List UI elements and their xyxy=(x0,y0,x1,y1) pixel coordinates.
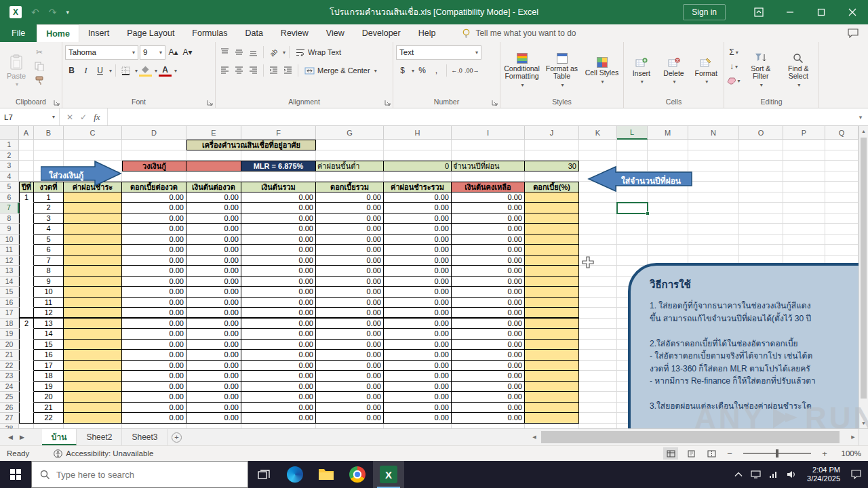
cell-F21[interactable]: 0.00 xyxy=(241,350,316,361)
cell-B17[interactable]: 12 xyxy=(34,308,64,319)
cell-K14[interactable] xyxy=(579,277,617,287)
cell-C27[interactable] xyxy=(64,413,122,424)
cell-I19[interactable]: 0.00 xyxy=(452,329,525,340)
cell-N2[interactable] xyxy=(688,150,739,161)
cell-A12[interactable] xyxy=(19,256,34,266)
cell-D17[interactable]: 0.00 xyxy=(122,308,186,319)
cell-G17[interactable]: 0.00 xyxy=(316,308,384,319)
cell-K16[interactable] xyxy=(579,298,617,308)
cell-F2[interactable] xyxy=(241,150,316,161)
cell-A5[interactable]: ปีที่ xyxy=(19,182,34,192)
fill-icon[interactable]: ↓▾ xyxy=(727,60,741,73)
cell-E9[interactable]: 0.00 xyxy=(186,224,241,235)
cell-D11[interactable]: 0.00 xyxy=(122,245,186,256)
start-button[interactable] xyxy=(0,461,31,488)
cell-D6[interactable]: 0.00 xyxy=(122,192,186,203)
cell-C19[interactable] xyxy=(64,329,122,340)
column-header-P[interactable]: P xyxy=(783,126,825,140)
cell-B22[interactable]: 17 xyxy=(34,361,64,371)
volume-tray-icon[interactable] xyxy=(787,470,796,479)
cell-A18[interactable]: 2 xyxy=(19,319,34,329)
cell-P2[interactable] xyxy=(783,150,825,161)
align-left-icon[interactable] xyxy=(218,64,231,77)
cell-N6[interactable] xyxy=(688,192,739,203)
cell-F5[interactable]: เงินต้นรวม xyxy=(241,182,316,192)
cell-B11[interactable]: 6 xyxy=(34,245,64,256)
cell-L1[interactable] xyxy=(617,140,648,150)
cell-P10[interactable] xyxy=(783,235,825,245)
cell-D16[interactable]: 0.00 xyxy=(122,298,186,308)
page-layout-view-icon[interactable] xyxy=(684,447,698,460)
row-header-17[interactable]: 17 xyxy=(0,308,19,319)
cell-K1[interactable] xyxy=(579,140,617,150)
cell-G14[interactable]: 0.00 xyxy=(316,277,384,287)
font-dialog-launcher[interactable] xyxy=(206,99,214,106)
cell-G3[interactable]: ค่าผ่อนขั้นต่ำ xyxy=(316,161,384,171)
borders-icon[interactable] xyxy=(119,64,132,77)
cell-E11[interactable]: 0.00 xyxy=(186,245,241,256)
cell-B27[interactable]: 22 xyxy=(34,413,64,424)
ribbon-tab-file[interactable]: File xyxy=(0,24,37,42)
cell-B12[interactable]: 7 xyxy=(34,256,64,266)
ribbon-tab-home[interactable]: Home xyxy=(37,24,79,42)
cell-E6[interactable]: 0.00 xyxy=(186,192,241,203)
cell-K25[interactable] xyxy=(579,392,617,403)
cell-A22[interactable] xyxy=(19,361,34,371)
row-header-8[interactable]: 8 xyxy=(0,214,19,224)
cell-I12[interactable]: 0.00 xyxy=(452,256,525,266)
cell-F7[interactable]: 0.00 xyxy=(241,203,316,214)
row-header-22[interactable]: 22 xyxy=(0,361,19,371)
cell-A13[interactable] xyxy=(19,266,34,277)
cell-A19[interactable] xyxy=(19,329,34,340)
cell-E27[interactable]: 0.00 xyxy=(186,413,241,424)
cell-M11[interactable] xyxy=(648,245,688,256)
undo-icon[interactable]: ↶ xyxy=(31,7,39,18)
insert-function-icon[interactable]: fx xyxy=(94,112,100,123)
percent-style-icon[interactable]: % xyxy=(416,64,429,77)
cell-J19[interactable] xyxy=(525,329,579,340)
cell-O1[interactable] xyxy=(739,140,783,150)
cell-A11[interactable] xyxy=(19,245,34,256)
cell-F11[interactable]: 0.00 xyxy=(241,245,316,256)
cell-D25[interactable]: 0.00 xyxy=(122,392,186,403)
cell-B13[interactable]: 8 xyxy=(34,266,64,277)
cell-J13[interactable] xyxy=(525,266,579,277)
cell-K21[interactable] xyxy=(579,350,617,361)
row-header-24[interactable]: 24 xyxy=(0,382,19,392)
cell-N8[interactable] xyxy=(688,214,739,224)
cell-O3[interactable] xyxy=(739,161,783,171)
cell-I8[interactable]: 0.00 xyxy=(452,214,525,224)
formula-enter-icon[interactable]: ✓ xyxy=(80,113,87,122)
cell-F9[interactable]: 0.00 xyxy=(241,224,316,235)
cell-Q10[interactable] xyxy=(825,235,859,245)
hidden-icons-chevron[interactable] xyxy=(734,472,743,477)
row-header-23[interactable]: 23 xyxy=(0,371,19,382)
sheet-tab-บ้าน[interactable]: บ้าน xyxy=(42,429,77,445)
cell-L9[interactable] xyxy=(617,224,648,235)
cell-styles-button[interactable]: Cell Styles ▾ xyxy=(583,44,620,98)
cell-C12[interactable] xyxy=(64,256,122,266)
cell-E25[interactable]: 0.00 xyxy=(186,392,241,403)
cell-F27[interactable]: 0.00 xyxy=(241,413,316,424)
select-all-button[interactable] xyxy=(0,126,19,140)
cell-D9[interactable]: 0.00 xyxy=(122,224,186,235)
accounting-format-icon[interactable]: $ xyxy=(396,64,409,77)
sheet-tab-Sheet2[interactable]: Sheet2 xyxy=(77,429,122,445)
row-header-20[interactable]: 20 xyxy=(0,340,19,350)
cell-A14[interactable] xyxy=(19,277,34,287)
cell-G22[interactable]: 0.00 xyxy=(316,361,384,371)
cell-G25[interactable]: 0.00 xyxy=(316,392,384,403)
ribbon-tab-page-layout[interactable]: Page Layout xyxy=(118,24,183,42)
font-name-select[interactable]: Tahoma▾ xyxy=(65,45,138,60)
cell-G27[interactable]: 0.00 xyxy=(316,413,384,424)
cell-D28[interactable] xyxy=(122,424,186,429)
normal-view-icon[interactable] xyxy=(663,447,678,460)
chrome-icon[interactable] xyxy=(342,461,373,488)
cell-F19[interactable]: 0.00 xyxy=(241,329,316,340)
cell-Q2[interactable] xyxy=(825,150,859,161)
sheet-nav-left-icon[interactable]: ◀ xyxy=(8,434,13,441)
comma-style-icon[interactable]: , xyxy=(430,64,443,77)
cell-N10[interactable] xyxy=(688,235,739,245)
cell-C15[interactable] xyxy=(64,287,122,298)
cell-B19[interactable]: 14 xyxy=(34,329,64,340)
